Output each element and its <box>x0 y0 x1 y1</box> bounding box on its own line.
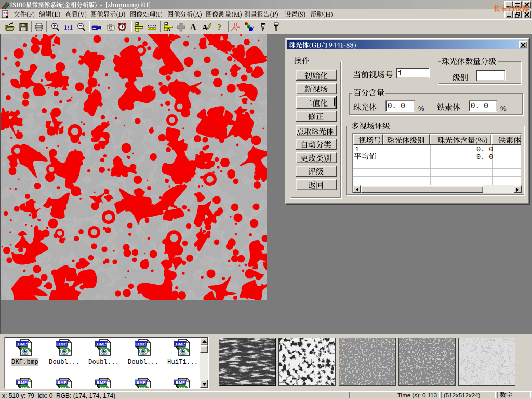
svg-text:BMP: BMP <box>18 342 28 347</box>
svg-text:DOC: DOC <box>3 11 9 15</box>
svg-text:BMP: BMP <box>57 342 67 347</box>
svg-text:A: A <box>202 23 208 32</box>
svg-text:3: 3 <box>252 25 255 29</box>
svg-text:BMP: BMP <box>57 380 67 385</box>
svg-text:BMP: BMP <box>18 380 28 385</box>
svg-text:BMP: BMP <box>176 380 185 385</box>
svg-text:BMP: BMP <box>176 342 185 347</box>
svg-text:5: 5 <box>136 22 138 25</box>
svg-text:BMP: BMP <box>136 380 146 385</box>
svg-text:BMP: BMP <box>97 342 107 347</box>
svg-text:?: ? <box>217 22 221 32</box>
svg-text:A: A <box>167 26 171 32</box>
svg-text:A: A <box>190 22 197 32</box>
svg-text:BMP: BMP <box>97 380 107 385</box>
svg-text:BMP: BMP <box>136 342 146 347</box>
svg-text:1:1: 1:1 <box>64 23 73 31</box>
